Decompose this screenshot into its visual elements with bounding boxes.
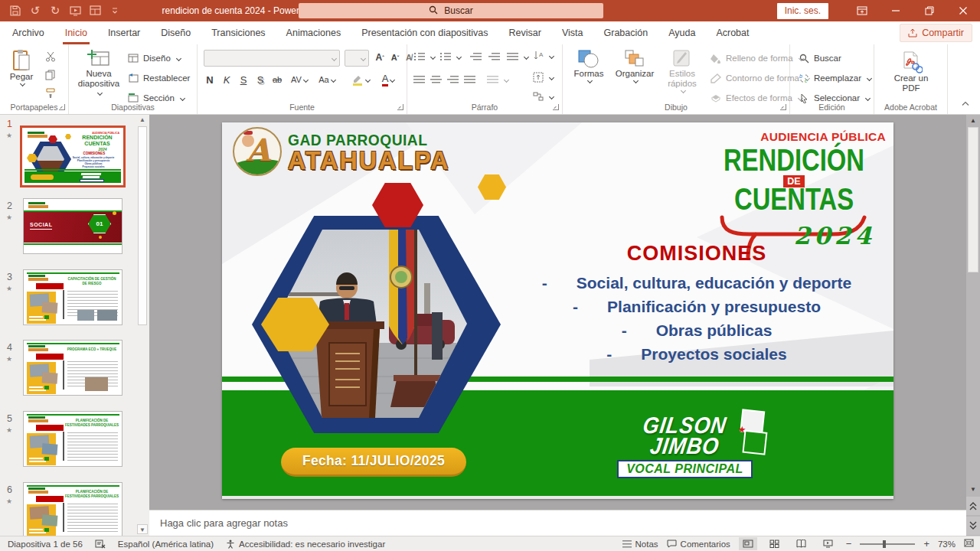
thumbnail-slide-2[interactable]: SOCIAL 01 xyxy=(23,198,122,254)
font-name-combo[interactable] xyxy=(204,50,340,67)
clipboard-dialog-launcher[interactable] xyxy=(59,104,65,110)
previous-slide-button[interactable] xyxy=(966,497,980,515)
thumbnail-slide-1[interactable]: AUDIENCIA PÚBLICA RENDICIÓN CUENTAS 2024… xyxy=(20,126,126,187)
zoom-slider-thumb[interactable] xyxy=(883,540,886,548)
slide-body-text[interactable]: COMISIONES -Social, cultura, educación y… xyxy=(505,242,888,366)
numbering-button[interactable] xyxy=(439,52,461,61)
collapse-ribbon-icon[interactable] xyxy=(962,96,969,109)
notes-toggle[interactable]: Notas xyxy=(622,540,658,549)
notes-pane[interactable]: Haga clic para agregar notas xyxy=(149,510,966,536)
thumbnail-scrollbar[interactable] xyxy=(138,126,147,325)
date-pill[interactable]: Fecha: 11/JULIO/2025 xyxy=(281,448,466,477)
signature-block[interactable]: GILSON JIMBO VOCAL PRINCIPAL ★ xyxy=(603,415,767,478)
zoom-slider[interactable] xyxy=(860,543,915,545)
tab-transiciones[interactable]: Transiciones xyxy=(211,21,265,44)
comments-toggle[interactable]: Comentarios xyxy=(667,540,730,549)
slide-header[interactable]: AUDIENCIA PÚBLICA RENDICIÓN DE CUENTAS 2… xyxy=(702,130,886,259)
font-size-combo[interactable] xyxy=(345,50,369,67)
fit-slide-icon[interactable] xyxy=(964,539,974,549)
highlight-color-button[interactable] xyxy=(349,72,372,87)
sign-in-button[interactable]: Inic. ses. xyxy=(777,3,828,19)
thumbnail-slide-4[interactable]: PROGRAMA ECO + TRUEQUE xyxy=(23,340,122,396)
reading-view-button[interactable] xyxy=(792,537,811,550)
convert-smartart-button[interactable] xyxy=(533,92,554,101)
text-direction-button[interactable]: A xyxy=(533,51,554,61)
gad-atahualpa-logo[interactable]: A GAD PARROQUIAL ATAHUALPA xyxy=(233,127,453,176)
thumbnail-slide-6[interactable]: PLANIFICACIÓN DE FESTIVIDADES PARROQUIAL… xyxy=(23,482,122,536)
tab-grabacion[interactable]: Grabación xyxy=(604,21,648,44)
font-color-button[interactable]: A xyxy=(377,72,400,87)
ribbon-display-options-icon[interactable] xyxy=(845,0,879,21)
line-spacing-button[interactable] xyxy=(507,52,528,61)
tab-presentacion[interactable]: Presentación con diapositivas xyxy=(361,21,488,44)
tab-animaciones[interactable]: Animaciones xyxy=(286,21,341,44)
language-indicator[interactable]: Español (América latina) xyxy=(118,540,214,549)
save-icon[interactable] xyxy=(6,2,24,20)
slide-layout-button[interactable]: Diseño xyxy=(127,52,181,64)
paragraph-dialog-launcher[interactable] xyxy=(553,104,559,110)
tab-vista[interactable]: Vista xyxy=(562,21,583,44)
slideshow-view-button[interactable] xyxy=(819,537,838,550)
main-scrollbar[interactable]: ▲ ▼ xyxy=(966,115,980,536)
decrease-font-icon[interactable]: Aˇ xyxy=(387,50,403,65)
align-left-icon[interactable] xyxy=(413,75,425,84)
tab-acrobat[interactable]: Acrobat xyxy=(716,21,749,44)
align-text-button[interactable] xyxy=(533,72,554,83)
scrollbar-thumb[interactable] xyxy=(968,127,978,272)
spellcheck-icon[interactable] xyxy=(95,540,106,549)
tab-ayuda[interactable]: Ayuda xyxy=(668,21,695,44)
increase-indent-icon[interactable] xyxy=(488,52,500,61)
format-painter-icon[interactable] xyxy=(44,87,57,99)
tab-inicio[interactable]: Inicio xyxy=(65,21,87,44)
tab-diseno[interactable]: Diseño xyxy=(161,21,191,44)
search-box[interactable]: Buscar xyxy=(299,3,603,18)
slide-table-icon[interactable] xyxy=(86,2,104,20)
bullets-button[interactable] xyxy=(413,52,435,61)
replace-button[interactable]: bc Reemplazar xyxy=(798,72,871,84)
zoom-level[interactable]: 73% xyxy=(938,540,956,549)
zoom-in-button[interactable]: + xyxy=(923,538,929,549)
underline-button[interactable]: S xyxy=(236,72,251,87)
drawing-dialog-launcher[interactable] xyxy=(780,104,786,110)
thumbnail-slide-3[interactable]: CAPACITACIÓN DE GESTIÓN DE RIESGO xyxy=(23,269,122,325)
thumbnail-scroll-down-icon[interactable]: ▼ xyxy=(137,524,148,534)
cut-icon[interactable] xyxy=(44,51,57,63)
shape-fill-button[interactable]: Relleno de forma xyxy=(710,52,803,64)
copy-icon[interactable] xyxy=(44,69,57,81)
share-button[interactable]: Compartir xyxy=(900,24,972,42)
align-right-icon[interactable] xyxy=(447,75,459,84)
minimize-button[interactable] xyxy=(879,0,913,21)
arrange-button[interactable]: Organizar xyxy=(612,49,658,83)
decrease-indent-icon[interactable] xyxy=(470,52,482,61)
increase-font-icon[interactable]: Aˆ xyxy=(372,50,387,65)
columns-button[interactable] xyxy=(487,75,508,84)
strikethrough-button[interactable]: ab xyxy=(270,72,285,87)
italic-button[interactable]: K xyxy=(219,72,234,87)
next-slide-button[interactable] xyxy=(966,517,980,535)
tab-insertar[interactable]: Insertar xyxy=(108,21,140,44)
shapes-button[interactable]: Formas xyxy=(569,49,609,83)
change-case-button[interactable]: Aa xyxy=(315,72,338,87)
paste-button[interactable]: Pegar xyxy=(5,49,38,86)
accessibility-status[interactable]: Accesibilidad: es necesario investigar xyxy=(226,540,385,549)
text-shadow-button[interactable]: S xyxy=(253,72,268,87)
scroll-down-icon[interactable]: ▼ xyxy=(966,484,980,494)
zoom-out-button[interactable]: − xyxy=(846,538,852,549)
bold-button[interactable]: N xyxy=(202,72,217,87)
restore-button[interactable] xyxy=(913,0,946,21)
scroll-up-icon[interactable]: ▲ xyxy=(966,116,980,126)
new-slide-button[interactable]: Nueva diapositiva xyxy=(75,49,122,99)
slide-sorter-view-button[interactable] xyxy=(766,537,784,550)
align-center-icon[interactable] xyxy=(430,75,442,84)
normal-view-button[interactable] xyxy=(739,537,757,550)
start-slideshow-icon[interactable] xyxy=(66,2,84,20)
close-button[interactable] xyxy=(946,0,980,21)
reset-slide-button[interactable]: Restablecer xyxy=(127,72,190,84)
thumbnail-scroll-up-icon[interactable]: ▲ xyxy=(137,115,148,125)
find-button[interactable]: Buscar xyxy=(798,52,841,64)
redo-icon[interactable]: ↻ xyxy=(46,2,64,20)
justify-icon[interactable] xyxy=(464,75,475,84)
tab-archivo[interactable]: Archivo xyxy=(12,21,44,44)
tab-revisar[interactable]: Revisar xyxy=(509,21,541,44)
thumbnail-slide-5[interactable]: PLANIFICACIÓN DE FESTIVIDADES PARROQUIAL… xyxy=(23,411,122,467)
